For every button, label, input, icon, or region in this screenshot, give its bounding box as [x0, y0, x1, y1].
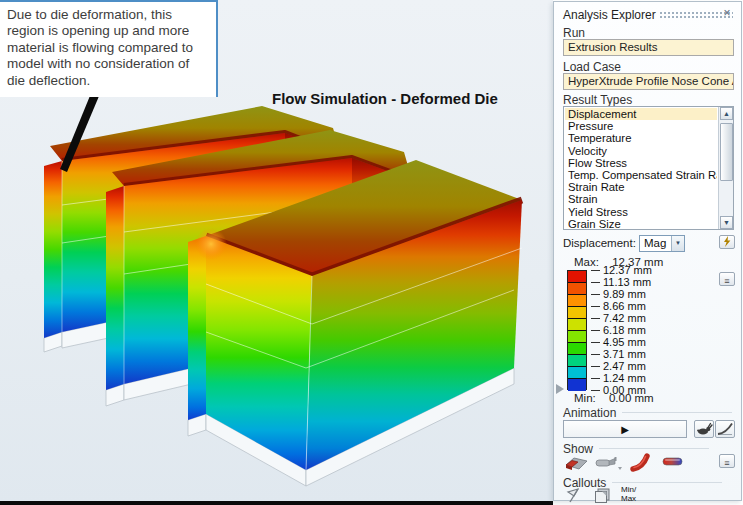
panel-header: Analysis Explorer ×	[563, 8, 735, 22]
result-type-item[interactable]: Velocity	[565, 145, 717, 157]
legend-band	[568, 283, 586, 295]
animation-speed-button[interactable]	[694, 420, 714, 438]
component-label: Displacement:	[563, 237, 636, 249]
show-billet-button[interactable]	[593, 453, 623, 475]
result-type-item[interactable]: Temp. Compensated Strain Rate-ln(Z)	[565, 169, 717, 181]
component-value: Mag	[644, 237, 666, 249]
die-icon	[563, 453, 589, 472]
legend-min-label: Min:	[574, 392, 596, 404]
ramp-curve-icon	[716, 421, 734, 437]
legend-band	[568, 307, 586, 319]
lightning-icon	[720, 236, 734, 248]
probe-callout-button[interactable]	[565, 487, 583, 505]
legend-tick: 6.18 mm	[591, 325, 646, 336]
legend-band	[568, 367, 586, 379]
legend-band	[568, 343, 586, 355]
listbox-scrollbar[interactable]: ▲ ▼	[718, 107, 733, 229]
minmax-label-line2: Max	[621, 495, 636, 504]
legend-band	[568, 355, 586, 367]
result-type-item[interactable]: Pressure	[565, 120, 717, 132]
play-button[interactable]: ▶	[563, 420, 687, 438]
application-window: Due to die deformation, this region is o…	[0, 0, 743, 505]
legend-slider-pointer-icon[interactable]	[556, 384, 564, 394]
show-die-button[interactable]	[563, 453, 589, 475]
bearing-profile-icon	[629, 453, 655, 472]
legend-band	[568, 319, 586, 331]
play-icon: ▶	[621, 424, 629, 435]
result-type-item[interactable]: Temperature	[565, 132, 717, 144]
legend-color-bar	[567, 270, 587, 390]
legend-band	[568, 331, 586, 343]
menu-icon: ≡	[724, 458, 729, 468]
result-types-label: Result Types	[563, 93, 632, 107]
legend-tick: 12.37 mm	[591, 265, 652, 276]
graphics-viewport[interactable]: Due to die deformation, this region is o…	[0, 0, 553, 505]
load-case-label: Load Case	[563, 60, 621, 74]
component-select[interactable]: Mag ▼	[639, 235, 685, 252]
animation-curve-button[interactable]	[715, 420, 735, 438]
legend-tick: 3.71 mm	[591, 349, 646, 360]
legend-min-value: 0.00 mm	[609, 392, 654, 404]
show-toolbar	[563, 453, 735, 475]
chevron-down-icon[interactable]: ▼	[671, 236, 684, 251]
scroll-up-icon[interactable]: ▲	[720, 107, 733, 120]
plot-title: Flow Simulation - Deformed Die	[272, 90, 498, 107]
annotation-callout: Due to die deformation, this region is o…	[0, 0, 218, 97]
result-type-item[interactable]: Strain Rate	[565, 181, 717, 193]
billet-icon	[593, 453, 623, 472]
legend-band	[568, 271, 586, 283]
scroll-down-icon[interactable]: ▼	[720, 216, 733, 229]
note-callout-button[interactable]	[593, 487, 611, 505]
extrudate-icon	[661, 453, 685, 469]
legend-tick: 11.13 mm	[591, 277, 651, 288]
contour-legend: 12.37 mm11.13 mm9.89 mm8.66 mm7.42 mm6.1…	[567, 270, 737, 390]
menu-icon: ≡	[724, 276, 729, 286]
legend-tick: 8.66 mm	[591, 301, 646, 312]
legend-tick: 9.89 mm	[591, 289, 646, 300]
minmax-callout-button[interactable]: Min/ Max	[621, 486, 636, 503]
result-types-listbox[interactable]: DisplacementPressureTemperatureVelocityF…	[563, 106, 734, 230]
animation-label: Animation	[563, 406, 732, 420]
result-type-item[interactable]: Grain Size	[565, 218, 717, 228]
legend-band	[568, 295, 586, 307]
result-type-item[interactable]: Displacement	[565, 108, 717, 120]
result-type-item[interactable]: Yield Stress	[565, 206, 717, 218]
close-icon[interactable]: ×	[721, 7, 733, 19]
panel-title: Analysis Explorer	[563, 8, 656, 22]
window-bottom-edge	[0, 501, 553, 505]
rabbit-icon	[695, 421, 713, 437]
run-field[interactable]: Extrusion Results	[563, 39, 734, 56]
result-type-item[interactable]: Flow Stress	[565, 157, 717, 169]
load-case-field[interactable]: HyperXtrude Profile Nose Cone Analysis	[563, 73, 734, 90]
legend-tick: 2.47 mm	[591, 361, 646, 372]
quick-plot-button[interactable]	[719, 235, 735, 249]
show-profile-button[interactable]	[661, 453, 685, 472]
legend-options-button[interactable]: ≡	[719, 272, 735, 286]
legend-tick: 4.95 mm	[591, 337, 646, 348]
show-bearing-button[interactable]	[629, 453, 655, 475]
legend-band	[568, 379, 586, 391]
legend-tick: 1.24 mm	[591, 373, 646, 384]
annotation-text: Due to die deformation, this region is o…	[7, 7, 193, 88]
legend-tick: 7.42 mm	[591, 313, 646, 324]
analysis-explorer-panel: Analysis Explorer × Run Extrusion Result…	[553, 1, 742, 501]
flag-icon	[565, 487, 583, 504]
scrollbar-thumb[interactable]	[720, 123, 733, 181]
run-label: Run	[563, 26, 585, 40]
result-type-item[interactable]: Strain	[565, 193, 717, 205]
show-options-button[interactable]: ≡	[719, 454, 735, 468]
callouts-label: Callouts	[563, 476, 722, 490]
note-icon	[593, 487, 611, 504]
